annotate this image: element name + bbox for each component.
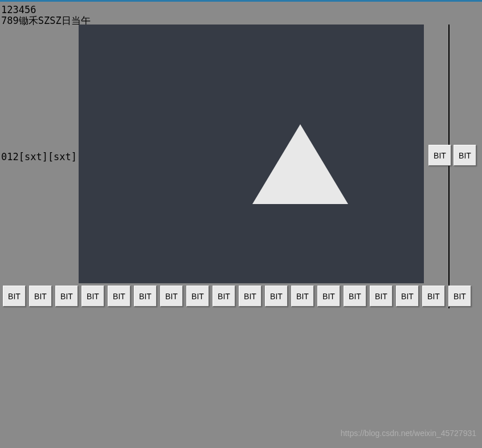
bit-button-bottom-13[interactable]: BIT [344, 286, 366, 307]
bit-button-bottom-17[interactable]: BIT [448, 286, 471, 307]
text-line-2: 789锄禾SZSZ日当午 [1, 14, 91, 27]
bit-button-bottom-6[interactable]: BIT [160, 286, 183, 307]
bit-button-bottom-11[interactable]: BIT [291, 286, 314, 307]
bit-button-bottom-5[interactable]: BIT [134, 286, 157, 307]
bit-button-bottom-9[interactable]: BIT [239, 286, 262, 307]
bit-button-bottom-4[interactable]: BIT [108, 286, 130, 307]
bit-button-bottom-14[interactable]: BIT [370, 286, 393, 307]
triangle-icon [252, 124, 348, 204]
bit-button-bottom-12[interactable]: BIT [317, 286, 340, 307]
bit-button-bottom-3[interactable]: BIT [81, 286, 104, 307]
main-panel [79, 25, 424, 283]
vertical-divider [448, 25, 450, 308]
text-left-label: 012[sxt][sxt] [1, 151, 77, 162]
bit-button-right-0[interactable]: BIT [428, 145, 451, 166]
bit-button-bottom-16[interactable]: BIT [422, 286, 445, 307]
text-line-1: 123456 [1, 4, 36, 15]
bit-button-bottom-7[interactable]: BIT [186, 286, 209, 307]
bit-button-bottom-15[interactable]: BIT [396, 286, 419, 307]
bit-button-bottom-0[interactable]: BIT [3, 286, 26, 307]
watermark-text: https://blog.csdn.net/weixin_45727931 [341, 429, 476, 438]
bit-button-bottom-2[interactable]: BIT [55, 286, 78, 307]
bit-button-right-1[interactable]: BIT [454, 145, 476, 166]
bit-button-bottom-8[interactable]: BIT [213, 286, 235, 307]
bit-button-bottom-1[interactable]: BIT [29, 286, 52, 307]
bit-button-bottom-10[interactable]: BIT [265, 286, 288, 307]
